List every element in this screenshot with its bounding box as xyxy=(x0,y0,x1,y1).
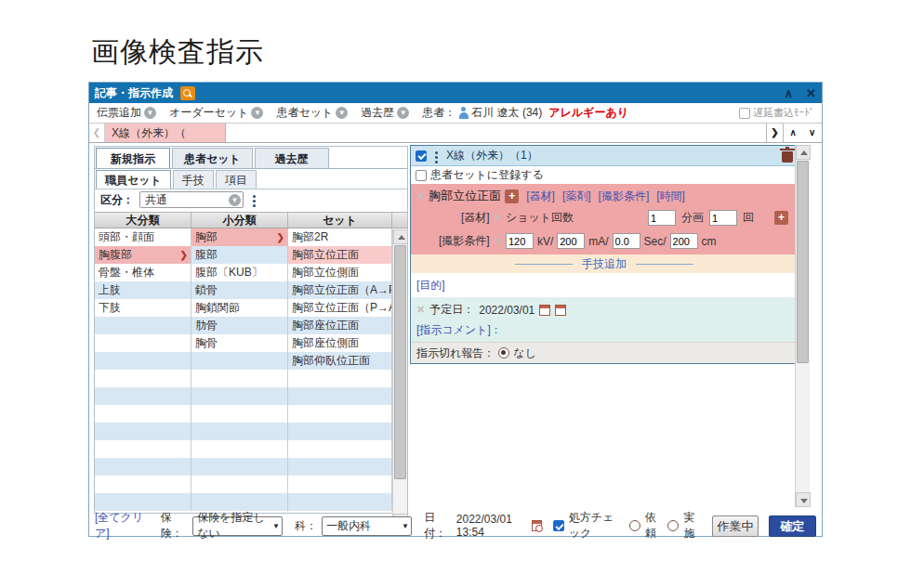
set-cell[interactable] xyxy=(288,387,392,405)
set-cell[interactable] xyxy=(288,405,392,423)
delete-conditions-icon[interactable]: ✕ xyxy=(494,235,502,247)
major-category-cell[interactable] xyxy=(95,387,191,405)
set-cell[interactable]: 胸部立位正面 xyxy=(288,246,392,264)
tab-scroll-prev-button[interactable]: ❮ xyxy=(89,124,105,142)
set-cell[interactable]: 胸部立位正面（P→A） xyxy=(288,299,392,317)
set-cell[interactable] xyxy=(288,476,392,493)
minor-category-cell[interactable]: 胸鎖関節 xyxy=(191,299,288,317)
link-time[interactable]: [時間] xyxy=(656,189,685,204)
delay-write-checkbox[interactable] xyxy=(739,108,750,119)
set-cell[interactable] xyxy=(288,370,392,387)
minor-category-cell[interactable]: 鎖骨 xyxy=(191,281,288,299)
clear-all-link[interactable]: [全てクリア] xyxy=(95,510,147,541)
kv-input[interactable] xyxy=(506,233,534,249)
link-imaging-conditions[interactable]: [撮影条件] xyxy=(599,189,650,204)
minor-category-cell[interactable]: 胸部❯ xyxy=(191,228,288,246)
menu-order-set[interactable]: オーダーセット ▼ xyxy=(169,105,263,121)
delete-equipment-icon[interactable]: ✕ xyxy=(494,212,502,224)
scrollbar-thumb[interactable] xyxy=(394,245,406,479)
set-cell[interactable]: 胸部立位正面（A→P） xyxy=(288,281,392,299)
tab-history[interactable]: 過去歴 xyxy=(255,148,329,168)
minor-category-cell[interactable] xyxy=(191,493,288,511)
minor-category-cell[interactable]: 肋骨 xyxy=(191,317,288,334)
tab-move-up-button[interactable]: ∧ xyxy=(784,124,803,142)
set-cell[interactable]: 胸部2R xyxy=(288,228,392,246)
more-menu-icon[interactable] xyxy=(435,151,438,154)
menu-denpyo-tsuika[interactable]: 伝票追加 ▼ xyxy=(97,105,156,121)
right-panel-scrollbar[interactable] xyxy=(795,145,810,507)
expire-none-radio[interactable] xyxy=(498,347,509,359)
menu-patient-set[interactable]: 患者セット ▼ xyxy=(276,105,348,121)
trash-icon[interactable] xyxy=(782,151,793,163)
set-cell[interactable]: 胸部仰臥位正面 xyxy=(288,352,392,370)
delete-schedule-icon[interactable]: ✕ xyxy=(416,304,425,316)
major-category-cell[interactable] xyxy=(95,493,191,511)
left-table-scrollbar[interactable] xyxy=(392,229,407,528)
minor-category-cell[interactable] xyxy=(191,405,288,423)
cm-input[interactable] xyxy=(670,233,698,249)
set-cell[interactable]: 胸部座位正面 xyxy=(288,317,392,334)
major-category-cell[interactable]: 頭部・顔面 xyxy=(95,228,191,246)
tab-new-order[interactable]: 新規指示 xyxy=(96,148,170,168)
minor-category-cell[interactable] xyxy=(191,423,288,440)
major-category-cell[interactable]: 骨盤・椎体 xyxy=(95,264,191,281)
minor-category-cell[interactable] xyxy=(191,440,288,458)
tab-move-down-button[interactable]: ∨ xyxy=(803,124,823,142)
scroll-up-button[interactable] xyxy=(796,145,811,160)
menu-history[interactable]: 過去歴 ▼ xyxy=(361,105,409,121)
set-cell[interactable] xyxy=(288,440,392,458)
minor-category-cell[interactable]: 胸骨 xyxy=(191,334,288,352)
subtab-staff-set[interactable]: 職員セット xyxy=(96,170,171,189)
request-radio[interactable] xyxy=(629,520,640,531)
register-checkbox[interactable] xyxy=(416,170,427,181)
subtab-item[interactable]: 項目 xyxy=(216,170,257,189)
set-cell[interactable] xyxy=(288,423,392,440)
minor-category-cell[interactable]: 腹部〔KUB〕 xyxy=(191,264,288,281)
order-checkbox[interactable] xyxy=(416,150,427,162)
shot-count-input[interactable] xyxy=(648,210,676,226)
calendar-icon[interactable] xyxy=(539,305,550,316)
major-category-cell[interactable] xyxy=(95,352,191,370)
minor-category-cell[interactable] xyxy=(191,352,288,370)
scrollbar-thumb[interactable] xyxy=(797,161,809,363)
minor-category-cell[interactable] xyxy=(191,387,288,405)
add-detail-icon[interactable]: + xyxy=(505,189,519,203)
major-category-cell[interactable]: 上肢 xyxy=(95,281,191,299)
rx-check-checkbox[interactable] xyxy=(553,520,564,531)
ma-input[interactable] xyxy=(557,233,585,249)
major-category-cell[interactable] xyxy=(95,317,191,334)
major-category-cell[interactable]: 胸腹部❯ xyxy=(95,246,191,264)
kubun-select[interactable]: 共通 ▼ xyxy=(139,191,244,208)
set-cell[interactable]: 胸部座位側面 xyxy=(288,334,392,352)
scroll-down-button[interactable] xyxy=(796,492,811,507)
scroll-up-button[interactable] xyxy=(393,229,408,244)
tab-scroll-next-button[interactable]: ❯ xyxy=(766,124,783,142)
working-button[interactable]: 作業中 xyxy=(712,515,759,537)
order-tab-xray[interactable]: X線（外来）（ xyxy=(105,124,226,142)
link-equipment[interactable]: [器材] xyxy=(526,189,555,204)
search-icon[interactable] xyxy=(180,86,195,100)
subtab-procedure[interactable]: 手技 xyxy=(173,170,214,189)
minor-category-cell[interactable]: 腹部 xyxy=(191,246,288,264)
major-category-cell[interactable] xyxy=(95,476,191,493)
set-cell[interactable]: 胸部立位側面 xyxy=(288,264,392,281)
major-category-cell[interactable] xyxy=(95,334,191,352)
minor-category-cell[interactable] xyxy=(191,370,288,387)
times-input[interactable] xyxy=(709,210,737,226)
purpose-link[interactable]: [目的] xyxy=(416,278,445,294)
set-cell[interactable] xyxy=(288,458,392,476)
delete-procedure-icon[interactable]: ✕ xyxy=(416,190,425,202)
major-category-cell[interactable] xyxy=(95,423,191,440)
major-category-cell[interactable]: 下肢 xyxy=(95,299,191,317)
major-category-cell[interactable] xyxy=(95,458,191,476)
major-category-cell[interactable] xyxy=(95,370,191,387)
calendar-clock-icon[interactable] xyxy=(532,520,541,531)
collapse-button[interactable]: ∧ xyxy=(785,86,794,100)
link-medicine[interactable]: [薬剤] xyxy=(562,189,591,204)
major-category-cell[interactable] xyxy=(95,440,191,458)
set-cell[interactable] xyxy=(288,493,392,511)
major-category-cell[interactable] xyxy=(95,405,191,423)
add-procedure-link[interactable]: 手技追加 xyxy=(582,256,627,272)
calendar-icon[interactable] xyxy=(555,305,566,316)
minor-category-cell[interactable] xyxy=(191,476,288,493)
